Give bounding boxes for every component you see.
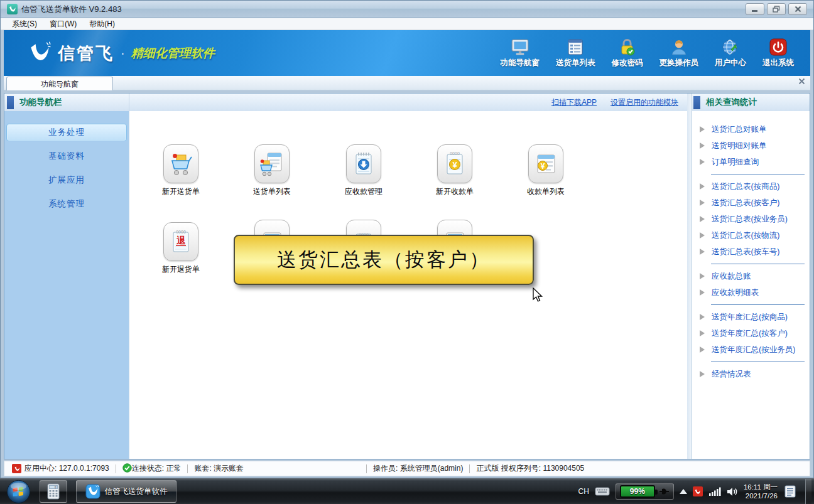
toolbar-switch-operator-button[interactable]: 更换操作员	[659, 38, 699, 68]
toolbar-nav-window-button[interactable]: 功能导航窗	[501, 38, 540, 68]
triangle-bullet-icon	[700, 249, 705, 255]
ime-indicator[interactable]: CH	[578, 487, 589, 496]
brand-tagline: 精细化管理软件	[131, 45, 215, 62]
taskbar-clock[interactable]: 16:11 周一 2021/7/26	[744, 483, 778, 500]
triangle-bullet-icon	[700, 289, 705, 296]
triangle-bullet-icon	[700, 273, 705, 279]
query-item-label: 应收款总账	[712, 271, 751, 282]
taskbar: 0 信管飞送货单软件 CH	[0, 478, 814, 504]
query-item-label: 订单明细查询	[712, 157, 759, 168]
query-item[interactable]: 经营情况表	[692, 366, 810, 382]
taskbar-calculator-button[interactable]: 0	[40, 480, 67, 503]
group-separator	[711, 174, 805, 174]
query-item[interactable]: 送货汇总表(按客户)	[692, 195, 810, 211]
query-item[interactable]: 送货年度汇总(按业务员)	[692, 341, 810, 358]
tile-new-return[interactable]: 0000 退 新开退货单	[153, 222, 209, 275]
status-divider	[187, 464, 188, 473]
banner-toolbar: 功能导航窗 送货单列表	[501, 38, 811, 68]
query-item-label: 送货汇总表(按物流)	[712, 230, 779, 241]
status-connection: 连接状态: 正常	[132, 463, 182, 474]
query-item[interactable]: 应收款明细表	[692, 284, 810, 301]
network-signal-icon[interactable]	[708, 487, 721, 496]
toolbar-change-password-button[interactable]: 修改密码	[612, 38, 643, 68]
tile-new-delivery[interactable]: 新开送货单	[153, 144, 209, 197]
query-item[interactable]: 送货年度汇总(按商品)	[692, 309, 810, 325]
brand-name: 信管飞	[58, 42, 114, 65]
query-item[interactable]: 送货年度汇总(按客户)	[692, 325, 810, 341]
triangle-bullet-icon	[700, 346, 705, 353]
start-button[interactable]	[6, 480, 31, 504]
tray-app-icon[interactable]	[693, 486, 703, 496]
mouse-cursor-icon	[531, 287, 544, 303]
module-settings-link[interactable]: 设置启用的功能模块	[610, 97, 678, 108]
query-item[interactable]: 应收款总账	[692, 268, 810, 284]
group-separator	[711, 362, 805, 362]
toolbar-label: 退出系统	[762, 58, 794, 68]
show-hidden-icons-button[interactable]	[680, 489, 687, 494]
taskbar-app-button[interactable]: 信管飞送货单软件	[76, 480, 176, 503]
query-item[interactable]: 订单明细查询	[692, 154, 810, 170]
app-logo-red-icon	[12, 464, 21, 473]
tile-new-receipt[interactable]: 0000 ¥ 新开收款单	[426, 144, 483, 197]
restore-button[interactable]	[767, 3, 786, 15]
query-item[interactable]: 送货汇总表(按物流)	[692, 227, 810, 244]
panel-marker	[7, 96, 14, 109]
volume-icon[interactable]	[727, 487, 738, 496]
sidebar-item-business[interactable]: 业务处理	[6, 124, 127, 141]
close-button[interactable]	[788, 3, 807, 15]
sidebar-item-basedata[interactable]: 基础资料	[6, 147, 127, 165]
query-item[interactable]: 送货汇总表(按车号)	[692, 244, 810, 260]
query-item[interactable]: 送货汇总表(按业务员)	[692, 211, 810, 227]
menu-system[interactable]: 系统(S)	[6, 19, 43, 29]
taskbar-app-label: 信管飞送货单软件	[105, 486, 168, 497]
globe-icon	[721, 38, 740, 56]
tile-receipt-list[interactable]: ¥ 收款单列表	[518, 144, 574, 197]
tab-close-button[interactable]	[798, 78, 805, 87]
triangle-bullet-icon	[700, 232, 705, 239]
sidebar-item-system[interactable]: 系统管理	[6, 195, 127, 213]
toolbar-exit-button[interactable]: 退出系统	[762, 38, 794, 68]
menu-help[interactable]: 帮助(H)	[83, 19, 121, 29]
query-item[interactable]: 送货明细对账单	[692, 137, 810, 154]
power-icon	[769, 38, 788, 56]
query-item[interactable]: 送货汇总表(按商品)	[692, 178, 810, 195]
hover-tooltip: 送货汇总表（按客户）	[234, 235, 534, 285]
tile-label: 新开退货单	[162, 264, 200, 275]
app-logo-icon	[85, 484, 100, 499]
notification-doc-icon[interactable]	[783, 485, 797, 498]
menu-bar: 系统(S) 窗口(W) 帮助(H)	[1, 18, 813, 30]
clock-time: 16:11 周一	[744, 483, 778, 491]
query-item[interactable]: 送货汇总对账单	[692, 121, 810, 137]
toolbar-user-center-button[interactable]: 用户中心	[715, 38, 746, 68]
tile-delivery-list[interactable]: 送货单列表	[244, 144, 300, 197]
toolbar-label: 送货单列表	[556, 58, 595, 68]
content: 功能导航栏 业务处理 基础资料 扩展应用 系统管理 扫描下载APP 设置启用的功…	[4, 93, 810, 459]
triangle-bullet-icon	[700, 142, 705, 149]
menu-window[interactable]: 窗口(W)	[43, 19, 83, 29]
keyboard-icon[interactable]	[595, 487, 610, 496]
sidebar-item-extensions[interactable]: 扩展应用	[6, 171, 127, 189]
minimize-button[interactable]	[746, 3, 764, 15]
query-item-label: 送货汇总对账单	[712, 124, 767, 135]
tile-receivables[interactable]: 应收款管理	[335, 144, 392, 197]
toolbar-label: 用户中心	[715, 58, 746, 68]
notepad-return-icon: 0000 退	[163, 222, 198, 261]
svg-text:0000: 0000	[450, 151, 460, 156]
triangle-bullet-icon	[700, 314, 705, 320]
battery-panel[interactable]: 99%	[616, 483, 674, 500]
query-item-label: 经营情况表	[712, 369, 751, 380]
battery-percent: 99%	[630, 487, 645, 496]
sidebar: 业务处理 基础资料 扩展应用 系统管理	[4, 111, 129, 459]
status-divider	[469, 464, 470, 473]
title-bar: 信管飞送货单软件 V9.2.483	[1, 1, 813, 18]
download-app-link[interactable]: 扫描下载APP	[551, 97, 597, 108]
toolbar-delivery-list-button[interactable]: 送货单列表	[556, 38, 595, 68]
show-desktop-button[interactable]	[805, 479, 811, 504]
system-tray: CH 99%	[578, 479, 814, 504]
status-license: 正式版 授权序列号: 1130904505	[476, 463, 584, 474]
toolbar-label: 更换操作员	[659, 58, 699, 68]
triangle-bullet-icon	[700, 159, 705, 165]
tab-nav-window[interactable]: 功能导航窗	[6, 77, 113, 90]
tile-label: 收款单列表	[527, 186, 565, 197]
query-item-label: 送货汇总表(按客户)	[712, 198, 779, 208]
